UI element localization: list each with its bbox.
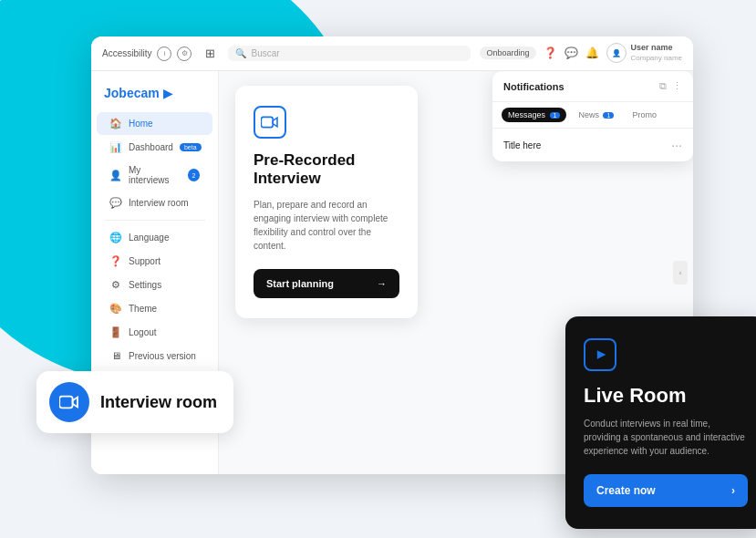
start-planning-arrow: → <box>377 278 387 289</box>
start-planning-label: Start planning <box>266 278 334 289</box>
start-planning-button[interactable]: Start planning → <box>254 269 399 298</box>
chat-icon[interactable]: 💬 <box>564 47 578 59</box>
scroll-arrow[interactable]: ‹ <box>673 261 688 285</box>
logo-text: Jobecam <box>104 86 160 100</box>
sidebar-item-theme-label: Theme <box>129 304 157 314</box>
notifications-panel: Notifications ⧉ ⋮ Messages 1 News <box>492 71 693 161</box>
camera-icon <box>254 106 286 139</box>
user-text-block: User name Company name <box>631 43 682 63</box>
sidebar-item-interview-room[interactable]: 💬 Interview room <box>97 191 212 214</box>
interview-room-icon: 💬 <box>109 197 122 209</box>
dashboard-badge: beta <box>180 143 202 151</box>
live-room-card: Live Room Conduct interviews in real tim… <box>565 316 756 529</box>
language-icon: 🌐 <box>109 232 122 243</box>
pre-recorded-card: Pre-Recorded Interview Plan, prepare and… <box>235 86 418 318</box>
sidebar-item-language-label: Language <box>129 233 170 243</box>
sidebar-item-home[interactable]: 🏠 Home <box>97 112 212 135</box>
sidebar-item-previous-version-label: Previous version <box>129 351 196 361</box>
sidebar-item-settings-label: Settings <box>129 280 161 290</box>
question-icon[interactable]: ❓ <box>544 47 557 59</box>
tab-news-label: News <box>578 110 599 119</box>
sidebar-item-previous-version[interactable]: 🖥 Previous version <box>97 345 212 367</box>
notifications-tabs: Messages 1 News 1 Promo <box>492 102 693 129</box>
sidebar-item-my-interviews[interactable]: 👤 My interviews 2 <box>97 160 212 191</box>
create-now-arrow: › <box>731 484 735 497</box>
notif-more-icon[interactable]: ⋮ <box>672 80 682 92</box>
home-icon: 🏠 <box>109 118 122 129</box>
sidebar-item-support-label: Support <box>129 256 161 266</box>
notification-item: Title here ··· <box>492 129 693 161</box>
sidebar-item-language[interactable]: 🌐 Language <box>97 226 212 249</box>
user-info[interactable]: 👤 User name Company name <box>606 43 682 63</box>
sidebar-item-theme[interactable]: 🎨 Theme <box>97 297 212 320</box>
create-now-label: Create now <box>596 484 656 497</box>
sidebar-item-my-interviews-label: My interviews <box>129 165 181 185</box>
floating-label-text: Interview room <box>100 393 217 412</box>
notifications-title: Notifications <box>503 81 564 92</box>
svg-rect-1 <box>59 397 72 409</box>
main-container: Accessibility i ⚙ ⊞ 🔍 Buscar Onboarding … <box>91 36 730 511</box>
top-bar: Accessibility i ⚙ ⊞ 🔍 Buscar Onboarding … <box>91 36 693 71</box>
onboarding-badge[interactable]: Onboarding <box>480 47 535 59</box>
search-placeholder: Buscar <box>251 48 279 58</box>
pre-recorded-description: Plan, prepare and record an engaging int… <box>254 198 399 253</box>
create-now-button[interactable]: Create now › <box>584 474 748 507</box>
notification-item-title: Title here <box>503 140 541 150</box>
tab-promo[interactable]: Promo <box>626 108 663 122</box>
live-room-title: Live Room <box>584 384 748 408</box>
tab-news[interactable]: News 1 <box>572 108 620 122</box>
tab-news-badge: 1 <box>603 112 614 119</box>
tab-messages-label: Messages <box>508 110 545 119</box>
settings-sidebar-icon: ⚙ <box>109 279 122 291</box>
support-icon: ❓ <box>109 255 122 267</box>
company-name: Company name <box>631 54 682 63</box>
accessibility-section: Accessibility i ⚙ <box>102 47 192 61</box>
tab-messages[interactable]: Messages 1 <box>502 108 566 122</box>
notifications-actions: ⧉ ⋮ <box>659 80 682 92</box>
theme-icon: 🎨 <box>109 303 122 315</box>
accessibility-label: Accessibility <box>102 48 151 58</box>
sidebar-item-support[interactable]: ❓ Support <box>97 250 212 273</box>
settings-icon[interactable]: ⚙ <box>177 47 192 61</box>
sidebar-item-settings[interactable]: ⚙ Settings <box>97 274 212 296</box>
user-name: User name <box>631 43 682 54</box>
sidebar-logo: Jobecam ▶ <box>91 82 218 111</box>
sidebar-item-dashboard[interactable]: 📊 Dashboard beta <box>97 136 212 159</box>
sidebar-item-logout-label: Logout <box>129 327 157 337</box>
bell-icon[interactable]: 🔔 <box>585 47 599 59</box>
logo-play-icon: ▶ <box>163 86 173 100</box>
info-icon[interactable]: i <box>157 47 171 61</box>
live-room-description: Conduct interviews in real time, providi… <box>584 417 748 458</box>
svg-rect-0 <box>261 117 273 127</box>
sidebar-divider <box>104 220 205 221</box>
notification-item-more[interactable]: ··· <box>671 138 682 152</box>
notifications-header: Notifications ⧉ ⋮ <box>492 71 693 102</box>
tab-promo-label: Promo <box>632 110 657 119</box>
floating-camera-icon <box>49 382 89 422</box>
grid-icon[interactable]: ⊞ <box>201 47 219 60</box>
top-bar-right: Onboarding ❓ 💬 🔔 👤 User name Company nam… <box>480 43 682 63</box>
sidebar-item-dashboard-label: Dashboard <box>129 142 173 152</box>
avatar: 👤 <box>606 43 627 63</box>
sidebar-item-interview-room-label: Interview room <box>129 198 189 208</box>
search-bar[interactable]: 🔍 Buscar <box>228 46 471 61</box>
sidebar-item-home-label: Home <box>129 119 153 129</box>
dashboard-icon: 📊 <box>109 141 122 153</box>
my-interviews-icon: 👤 <box>109 170 122 181</box>
sidebar-item-logout[interactable]: 🚪 Logout <box>97 321 212 344</box>
notif-copy-icon[interactable]: ⧉ <box>659 80 667 92</box>
search-icon: 🔍 <box>235 48 246 58</box>
previous-version-icon: 🖥 <box>109 350 122 361</box>
tab-messages-badge: 1 <box>550 112 561 119</box>
logout-icon: 🚪 <box>109 326 122 338</box>
floating-interview-room-label: Interview room <box>36 371 233 433</box>
live-room-play-icon <box>584 338 616 371</box>
my-interviews-badge: 2 <box>188 169 200 181</box>
pre-recorded-title: Pre-Recorded Interview <box>254 151 399 189</box>
